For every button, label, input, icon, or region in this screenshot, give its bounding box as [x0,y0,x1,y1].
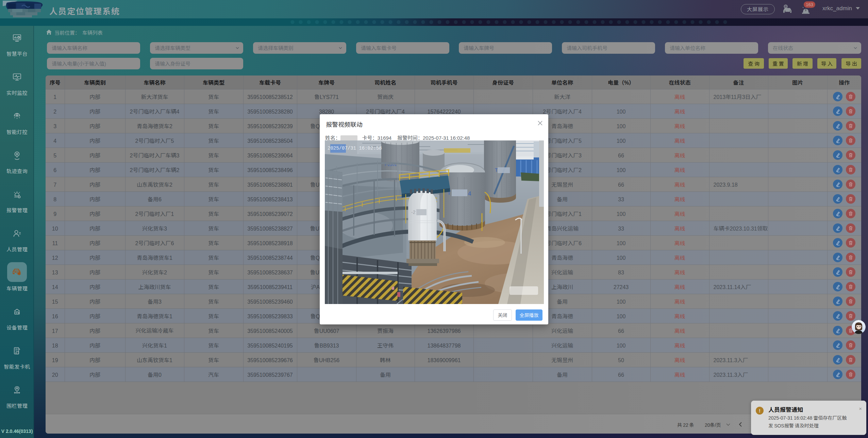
svg-text:-2: -2 [411,209,416,215]
svg-text:T: T [495,167,498,173]
svg-text:2025/07/31 16:02:58: 2025/07/31 16:02:58 [328,146,382,151]
svg-text:4: 4 [468,190,471,197]
